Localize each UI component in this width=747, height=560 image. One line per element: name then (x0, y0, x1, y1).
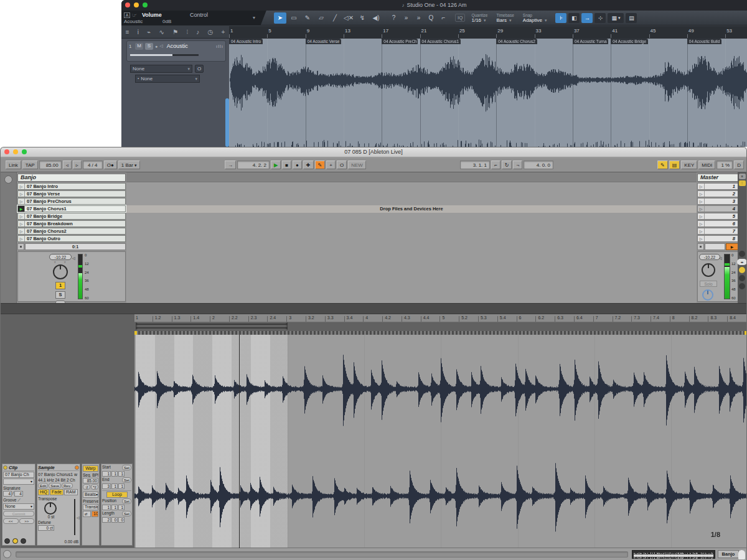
minimize-icon[interactable] (134, 2, 139, 7)
clip-play-icon[interactable]: ▷ (18, 213, 25, 219)
clip-slot[interactable]: ▷07 Banjo Chorus2 (17, 228, 126, 235)
midi-map-button[interactable]: MIDI (698, 161, 715, 169)
track-activator-button[interactable]: 1 (55, 282, 65, 289)
hand-icon[interactable]: ☞ (132, 12, 137, 18)
position-sixteenth[interactable]: 1 (118, 505, 125, 510)
quantization-menu[interactable]: 1 Bar ▾ (118, 161, 140, 169)
listen-tool[interactable]: ◀) (370, 12, 382, 24)
marker-lane[interactable]: 04 Acoustic Intro04 Acoustic Verse04 Aco… (229, 39, 747, 45)
clip-slot[interactable]: ▷07 Banjo PreChorus (17, 198, 126, 205)
track-color-bar[interactable] (225, 98, 229, 147)
envelope-tab-toggle[interactable] (21, 538, 26, 544)
end-beat[interactable]: 1 (111, 483, 118, 489)
info-icon[interactable]: i (138, 29, 139, 35)
scene-fire-indicator[interactable]: ▶ (726, 243, 738, 250)
stop-button[interactable]: ■ (282, 161, 291, 169)
scene-slot[interactable]: ▷4 (697, 205, 738, 212)
minimize-icon[interactable] (13, 149, 18, 154)
start-sixteenth[interactable]: 1 (118, 471, 125, 477)
launch-tab-toggle[interactable] (12, 538, 18, 544)
scene-play-icon[interactable]: ▷ (698, 191, 705, 197)
start-bar[interactable]: 1 (102, 471, 111, 477)
play-from-icon[interactable]: » (401, 12, 411, 24)
clip-tab-toggle[interactable] (4, 538, 10, 544)
nudge-forward-button[interactable]: >> (19, 518, 35, 524)
end-bar[interactable]: 3 (102, 483, 111, 489)
marker-flag[interactable]: 04 Acoustic Bridge (611, 39, 648, 44)
position-set-button[interactable]: Set (122, 498, 131, 504)
master-pan-knob[interactable] (702, 263, 715, 277)
automation-arm-button[interactable]: ✎ (315, 161, 326, 169)
beat-time-ruler[interactable]: 11.21.31.422.22.32.433.23.33.444.24.34.4… (134, 314, 746, 322)
length-bar[interactable]: 2 (102, 517, 111, 523)
key-map-button[interactable]: KEY (681, 161, 697, 169)
help-icon[interactable]: ? (388, 12, 399, 24)
close-icon[interactable] (125, 2, 130, 7)
autoscroll-toggle[interactable]: ⊦ (555, 13, 566, 23)
start-set-button[interactable]: Set (122, 465, 131, 470)
clip-name-field[interactable]: 07 Banjo Ch (3, 472, 34, 478)
marker-flag[interactable]: 04 Acoustic PreCh (382, 39, 417, 44)
detune-field[interactable]: 0 ct (38, 525, 54, 531)
track-tab[interactable]: Banjo (718, 550, 739, 558)
groove-select[interactable]: None▾ (3, 503, 34, 510)
nudge-back-button[interactable]: << (3, 518, 19, 524)
computer-midi-keyboard-button[interactable]: ▤ (669, 161, 680, 169)
show-info-button[interactable] (3, 550, 11, 558)
marker-flag[interactable]: 04 Acoustic Build (687, 39, 722, 44)
note-icon[interactable]: ♪ (196, 29, 199, 35)
clip-play-icon[interactable]: ▷ (18, 198, 25, 204)
io-toggle[interactable] (739, 251, 745, 257)
scene-slot[interactable]: ▷1 (697, 183, 738, 190)
seg-bpm-field[interactable]: 85.00 (83, 478, 98, 483)
clip-play-icon[interactable]: ▷ (18, 236, 25, 241)
marker-flag[interactable]: 04 Acoustic Verse (306, 39, 342, 44)
signature-numerator[interactable]: 4 (3, 491, 12, 497)
warp-button[interactable]: Warp (83, 465, 98, 472)
link-button[interactable]: Link (6, 161, 21, 169)
start-end-brace[interactable] (136, 327, 288, 330)
play-button[interactable]: ▶ (271, 161, 281, 169)
loop-button[interactable]: ↻ (502, 161, 512, 169)
scene-play-icon[interactable]: ▷ (698, 221, 705, 226)
scene-play-icon[interactable]: ▷ (698, 228, 705, 234)
view-splitter[interactable] (1, 303, 746, 314)
chevron-down-icon[interactable]: ▾ (253, 15, 255, 21)
sends-toggle[interactable] (739, 267, 745, 273)
mixer-toggle[interactable]: ⫶ (739, 180, 746, 186)
scene-play-icon[interactable]: ▷ (698, 236, 705, 241)
clip-slot[interactable]: ▷07 Banjo Bridge (17, 213, 126, 220)
clip-play-icon[interactable]: ▷ (18, 221, 25, 226)
metronome-button[interactable]: O● (104, 161, 117, 169)
overview-toggle[interactable]: ≡ (739, 174, 746, 179)
pan-knob[interactable] (53, 264, 68, 279)
nudge-up-button[interactable]: ▹ (73, 161, 82, 169)
length-beat[interactable]: 0 (111, 517, 118, 523)
show-detail-button[interactable] (738, 550, 745, 559)
scene-slot[interactable]: ▷6 (697, 220, 738, 227)
ram-button[interactable]: RAM (64, 489, 78, 495)
warp-mode-select[interactable]: Beats▾ (83, 492, 98, 498)
snap-select[interactable]: Adaptive▾ (523, 18, 547, 23)
transients-select[interactable]: Transie▾ (83, 504, 98, 510)
scene-slot[interactable]: ▷2 (697, 190, 738, 197)
clip-play-icon[interactable]: ▷ (18, 191, 25, 197)
volume-field[interactable]: -10.22 (49, 254, 72, 260)
param-value[interactable]: 0dB (162, 19, 171, 24)
scene-slot[interactable]: ▷3 (697, 198, 738, 205)
range-tool[interactable]: ▭ (288, 12, 300, 24)
hiq-button[interactable]: HiQ (38, 489, 49, 495)
iq-toggle[interactable]: IQ (455, 14, 465, 22)
marker-flag[interactable]: 04 Acoustic Turna (573, 39, 608, 44)
grid-menu[interactable]: ▦▾ (608, 13, 624, 23)
returns-toggle[interactable] (739, 275, 745, 281)
transient-envelope-field[interactable]: 100 (92, 511, 98, 517)
draw-mode-button[interactable]: ✎ (657, 161, 668, 169)
crossfader-toggle[interactable]: ◂▸ (737, 259, 747, 265)
stop-all-clips-button[interactable] (697, 243, 704, 250)
show-browser-button[interactable] (4, 175, 12, 184)
horizontal-scrollbar[interactable] (16, 551, 628, 558)
clip-overview[interactable] (632, 550, 715, 559)
nudge-down-button[interactable]: ◃ (63, 161, 72, 169)
timeline-ruler[interactable]: 1591317212529333741454953 (229, 26, 747, 39)
